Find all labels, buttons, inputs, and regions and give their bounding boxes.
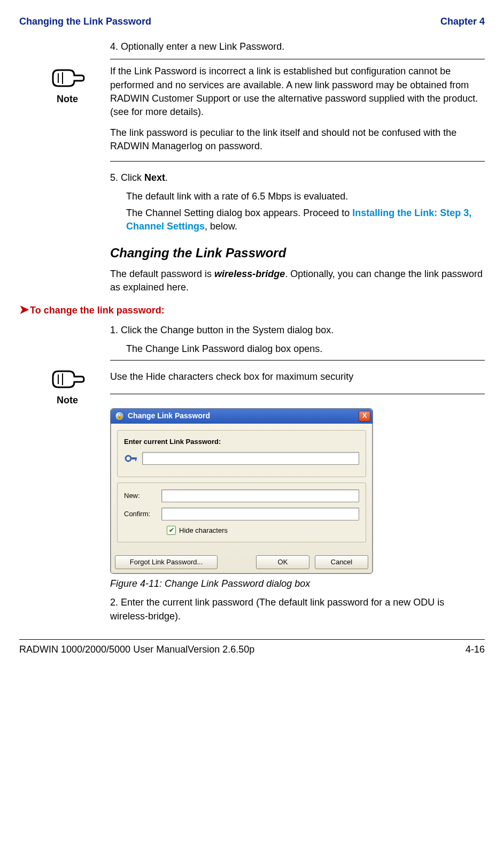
new-label: New: [124, 491, 161, 501]
page-header: Changing the Link Password Chapter 4 [19, 15, 485, 28]
step-1-p: The Change Link Password dialog box open… [126, 342, 485, 356]
dialog-figure: 🔒 Change Link Password X Enter current L… [110, 408, 485, 574]
header-left: Changing the Link Password [19, 15, 151, 28]
note-2-text: Use the Hide characters check box for ma… [110, 370, 485, 384]
current-password-input[interactable] [142, 452, 359, 465]
note-2: Note Use the Hide characters check box f… [110, 360, 485, 394]
close-button[interactable]: X [359, 411, 370, 422]
step5-dot: . [165, 172, 168, 183]
titlebar-left: 🔒 Change Link Password [115, 411, 210, 422]
footer-left: RADWIN 1000/2000/5000 User ManualVersion… [19, 643, 254, 656]
new-password-input[interactable] [161, 489, 359, 502]
step-4: 4. Optionally enter a new Link Password. [110, 40, 485, 53]
change-link-password-dialog: 🔒 Change Link Password X Enter current L… [110, 408, 373, 574]
current-password-label: Enter current Link Password: [124, 437, 359, 447]
step5-p2: The Channel Setting dialog box appears. … [126, 206, 485, 233]
hide-characters-checkbox[interactable]: ✔ [167, 526, 176, 535]
confirm-label: Confirm: [124, 509, 161, 519]
dialog-titlebar: 🔒 Change Link Password X [111, 409, 373, 424]
step5-a: 5. Click [110, 172, 144, 183]
header-right: Chapter 4 [440, 15, 485, 28]
dialog-body: Enter current Link Password: [111, 424, 373, 553]
note-icon-2: Note [41, 365, 94, 407]
cancel-button[interactable]: Cancel [315, 555, 368, 569]
note-1-p2: The link password is peculiar to the lin… [110, 126, 485, 153]
current-password-group: Enter current Link Password: [117, 430, 366, 477]
hide-characters-row[interactable]: ✔ Hide characters [167, 526, 359, 535]
step5-p1: The default link with a rate of 6.5 Mbps… [126, 190, 485, 203]
note-1-p1: If the Link Password is incorrect a link… [110, 65, 485, 119]
pointing-hand-icon [49, 64, 86, 93]
key-icon [124, 453, 139, 464]
step-1: 1. Click the Change button in the System… [110, 324, 485, 337]
svg-rect-6 [135, 457, 136, 461]
confirm-password-input[interactable] [161, 508, 359, 520]
section-para-b: wireless-bridge [214, 269, 285, 279]
task-body: 1. Click the Change button in the System… [110, 324, 485, 623]
lock-icon: 🔒 [115, 411, 125, 421]
task-text: To change the link password: [30, 305, 165, 316]
note-1: Note If the Link Password is incorrect a… [110, 59, 485, 161]
footer-right: 4-16 [466, 643, 485, 656]
section-para: The default password is wireless-bridge.… [110, 267, 485, 294]
task-heading: ➤To change the link password: [19, 302, 485, 318]
new-password-group: New: Confirm: ✔ Hide characters [117, 482, 366, 542]
pointing-hand-icon [49, 365, 86, 394]
svg-point-4 [126, 456, 131, 461]
step5-bold: Next [144, 172, 165, 183]
new-row: New: [124, 489, 359, 502]
section-title: Changing the Link Password [110, 244, 485, 262]
dialog-title: Change Link Password [128, 411, 210, 422]
page-footer: RADWIN 1000/2000/5000 User ManualVersion… [19, 639, 485, 656]
current-password-row [124, 452, 359, 465]
main-content: 4. Optionally enter a new Link Password.… [110, 40, 485, 294]
figure-caption: Figure 4-11: Change Link Password dialog… [110, 577, 485, 591]
note-label-2: Note [41, 394, 94, 407]
step-5: 5. Click Next. [110, 171, 485, 185]
dialog-buttons: Forgot Link Password... OK Cancel [111, 553, 373, 573]
hide-characters-label: Hide characters [179, 526, 228, 535]
forgot-link-password-button[interactable]: Forgot Link Password... [115, 555, 218, 569]
step5-p2a: The Channel Setting dialog box appears. … [126, 208, 352, 218]
section-para-a: The default password is [110, 269, 214, 279]
chevron-icon: ➤ [19, 303, 29, 316]
step5-p2b: , below. [205, 221, 237, 232]
confirm-row: Confirm: [124, 508, 359, 520]
note-icon-1: Note [41, 64, 94, 106]
step-2: 2. Enter the current link password (The … [110, 596, 485, 623]
note-label-1: Note [41, 93, 94, 106]
ok-button[interactable]: OK [256, 555, 309, 569]
